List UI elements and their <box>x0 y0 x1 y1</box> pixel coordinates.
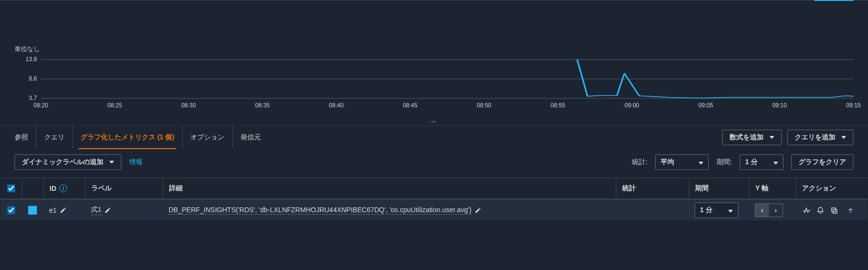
row-id: e1 <box>49 206 57 214</box>
x-tick: 08:45 <box>403 102 417 109</box>
period-select[interactable]: 1 分 <box>740 154 783 170</box>
y-tick: 13.9 <box>17 56 37 63</box>
svg-rect-1 <box>833 209 837 213</box>
table-row: e1 式1 DB_PERF_INSIGHTS('RDS', 'db-LXLNFZ… <box>0 199 868 220</box>
x-tick: 08:20 <box>34 102 48 109</box>
tabs-row: 参照 クエリ グラフ化したメトリクス (1 個) オプション 発信元 数式を追加… <box>0 125 868 149</box>
th-stat: 統計 <box>616 178 689 199</box>
chart-series-line <box>577 59 853 98</box>
add-dynamic-label-button[interactable]: ダイナミックラベルの追加 <box>15 154 121 170</box>
tab-browse[interactable]: 参照 <box>15 126 36 149</box>
controls-row: ダイナミックラベルの追加 情報 統計: 平均 期間: 1 分 グラフをクリア <box>0 149 868 178</box>
row-detail[interactable]: DB_PERF_INSIGHTS('RDS', 'db-LXLNFZRMHOJR… <box>169 206 472 215</box>
info-link[interactable]: 情報 <box>129 158 143 167</box>
series-color-swatch[interactable] <box>28 206 37 215</box>
yaxis-toggle[interactable]: ‹ › <box>755 203 783 217</box>
pencil-icon[interactable] <box>475 207 481 214</box>
th-action: アクション <box>796 178 868 199</box>
th-yaxis: Y 軸 <box>749 178 796 199</box>
copy-icon[interactable] <box>829 205 839 216</box>
th-label: ラベル <box>85 178 163 199</box>
x-tick: 08:50 <box>477 102 492 109</box>
svg-rect-0 <box>832 208 835 212</box>
x-tick: 09:15 <box>846 102 861 109</box>
collapse-icon[interactable] <box>845 205 856 216</box>
table-header: ID i ラベル 詳細 統計 期間 Y 軸 アクション <box>0 178 868 199</box>
x-tick: 09:05 <box>698 102 713 109</box>
x-tick: 09:10 <box>772 102 787 109</box>
add-query-button[interactable]: クエリを追加 <box>787 130 853 145</box>
x-tick: 09:00 <box>625 102 639 109</box>
chart-plot-area[interactable]: 13.9 8.8 3.7 08:2008:2508:3008:3508:4008… <box>41 59 853 98</box>
chart-unit-label: 単位なし <box>15 45 40 53</box>
row-period-select[interactable]: 1 分 <box>695 202 738 218</box>
x-tick: 08:30 <box>181 102 196 109</box>
tab-graphed-metrics[interactable]: グラフ化したメトリクス (1 個) <box>73 126 183 149</box>
period-label: 期間: <box>716 158 732 167</box>
resize-handle[interactable]: ═ <box>0 118 868 125</box>
y-tick: 3.7 <box>17 95 37 101</box>
bell-icon[interactable] <box>815 205 826 216</box>
x-tick: 08:25 <box>107 102 122 109</box>
tab-source[interactable]: 発信元 <box>233 126 269 149</box>
pencil-icon[interactable] <box>60 207 67 214</box>
y-tick: 8.8 <box>17 75 37 82</box>
tab-options[interactable]: オプション <box>183 126 233 149</box>
tabs: 参照 クエリ グラフ化したメトリクス (1 個) オプション 発信元 <box>15 126 269 149</box>
stat-label: 統計: <box>632 158 647 167</box>
row-label[interactable]: 式1 <box>91 205 102 215</box>
add-math-button[interactable]: 数式を追加 <box>722 130 782 145</box>
th-detail: 詳細 <box>163 178 616 199</box>
stat-select[interactable]: 平均 <box>655 154 709 170</box>
metrics-table: ID i ラベル 詳細 統計 期間 Y 軸 アクション e1 式1 DB_PER… <box>0 178 868 220</box>
th-id: ID <box>50 185 56 192</box>
chart-svg <box>41 59 853 98</box>
info-icon[interactable]: i <box>59 185 67 192</box>
action-alarm-icon[interactable] <box>801 205 812 216</box>
row-checkbox[interactable] <box>7 206 15 214</box>
x-tick: 08:55 <box>551 102 565 109</box>
clear-graph-button[interactable]: グラフをクリア <box>791 154 853 170</box>
x-tick: 08:35 <box>255 102 270 109</box>
select-all-checkbox[interactable] <box>7 185 15 192</box>
tab-query[interactable]: クエリ <box>36 126 73 149</box>
th-period: 期間 <box>689 178 749 199</box>
pencil-icon[interactable] <box>104 207 111 214</box>
yaxis-left[interactable]: ‹ <box>755 204 769 217</box>
yaxis-right[interactable]: › <box>769 204 783 217</box>
x-tick: 08:40 <box>329 102 343 109</box>
chart-panel: 単位なし 13.9 8.8 3.7 08:2008:2508:3008:3508… <box>0 1 868 118</box>
